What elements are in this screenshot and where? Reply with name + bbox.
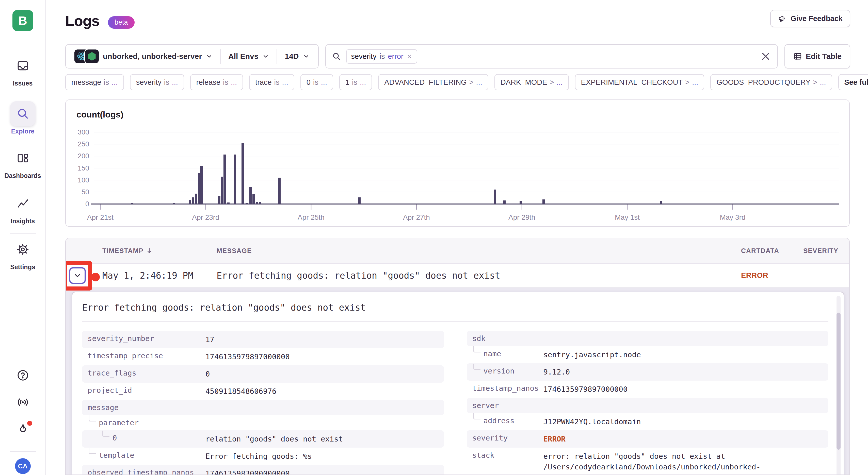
clear-search-button[interactable] [760, 51, 771, 62]
chevron-down-icon [73, 271, 82, 280]
sidebar-item-issues[interactable]: Issues [0, 53, 45, 87]
tree-connector [89, 415, 96, 421]
insights-icon [16, 197, 29, 210]
filter-chip-0[interactable]: 0is... [301, 74, 333, 90]
edit-table-label: Edit Table [806, 52, 842, 61]
log-detail-panel: Error fetching goods: relation "goods" d… [72, 292, 844, 474]
chevron-down-icon [262, 53, 269, 60]
detail-divider [82, 321, 828, 322]
filter-chip-1[interactable]: 1is... [339, 74, 372, 90]
sidebar-item-label: Insights [11, 217, 35, 225]
tree-connector [473, 364, 480, 370]
detail-scrollbar-thumb[interactable] [837, 313, 841, 450]
attribute-value: 4509118548606976 [206, 386, 276, 397]
svg-text:Apr 27th: Apr 27th [403, 213, 430, 221]
edit-table-button[interactable]: Edit Table [784, 44, 850, 69]
org-logo[interactable]: B [12, 10, 33, 31]
filter-chip-dark_mode[interactable]: DARK_MODE>... [494, 74, 569, 90]
detail-attribute-stack: stackerror: relation "goods" does not ex… [467, 448, 829, 474]
sidebar-item-label: Explore [11, 128, 34, 135]
svg-text:0: 0 [85, 200, 89, 208]
svg-text:Apr 23rd: Apr 23rd [192, 213, 219, 221]
sidebar: B Issues Explore Dashboards Insights Set… [0, 0, 46, 475]
attribute-key: 0 [88, 434, 206, 442]
token-remove-icon[interactable] [407, 54, 412, 59]
tree-connector [89, 448, 96, 454]
sidebar-item-explore[interactable]: Explore [0, 101, 45, 135]
attribute-key: parameter [88, 418, 206, 427]
help-button[interactable] [17, 369, 29, 383]
whats-new-button[interactable] [17, 423, 29, 436]
notification-dot [27, 421, 32, 426]
avatar[interactable]: CA [15, 458, 31, 474]
bar-chart: 050100150200250300Apr 21stApr 23rdApr 25… [66, 100, 849, 226]
sidebar-item-dashboards[interactable]: Dashboards [0, 146, 45, 179]
expand-row-button[interactable] [69, 267, 86, 284]
search-icon [332, 52, 341, 61]
chevron-down-icon [303, 53, 310, 60]
attribute-key: server [472, 401, 544, 410]
attribute-key: severity_number [88, 334, 206, 343]
filter-chip-trace[interactable]: traceis... [249, 74, 294, 90]
attribute-key: observed_timestamp_nanos [88, 468, 206, 474]
give-feedback-button[interactable]: Give Feedback [770, 10, 850, 27]
token-field: severity [351, 52, 377, 61]
detail-attribute-address: addressJ12PWN42YQ.localdomain [467, 413, 829, 430]
attribute-key: timestamp_precise [88, 351, 206, 360]
filter-chip-release[interactable]: releaseis... [190, 74, 243, 90]
search-token-severity[interactable]: severity is error [346, 49, 417, 64]
logs-table: TIMESTAMP MESSAGE CARTDATA SEVERITY May … [65, 238, 850, 475]
give-feedback-label: Give Feedback [790, 14, 843, 23]
annotation-dot [91, 273, 100, 281]
broadcast-button[interactable] [17, 396, 29, 410]
table-header-row: TIMESTAMP MESSAGE CARTDATA SEVERITY [66, 238, 849, 264]
filter-chip-advanced_filtering[interactable]: ADVANCED_FILTERING>... [378, 74, 488, 90]
attribute-value: J12PWN42YQ.localdomain [544, 416, 641, 427]
table-row[interactable]: May 1, 2:46:19 PM Error fetching goods: … [66, 264, 849, 288]
filter-chips-row: messageis...severityis...releaseis...tra… [65, 74, 868, 90]
primary-nav: Issues Explore Dashboards Insights Setti… [0, 31, 45, 271]
gear-icon [16, 243, 29, 256]
column-header-message[interactable]: MESSAGE [217, 247, 741, 255]
nav-divider [10, 233, 36, 234]
attribute-value: 0 [206, 369, 210, 379]
attribute-key: address [472, 416, 544, 425]
search-icon [16, 107, 29, 120]
sidebar-item-settings[interactable]: Settings [0, 237, 45, 271]
filter-chip-experimental_checkout[interactable]: EXPERIMENTAL_CHECKOUT>... [575, 74, 705, 90]
detail-attribute-timestamp_precise: timestamp_precise1746135979897000000 [82, 348, 444, 365]
help-icon [17, 369, 29, 382]
search-input[interactable]: severity is error [325, 44, 778, 69]
detail-attribute-name: namesentry.javascript.node [467, 346, 829, 363]
attribute-value: sentry.javascript.node [544, 349, 641, 360]
detail-attribute-severity_number: severity_number17 [82, 331, 444, 348]
attribute-value: relation "goods" does not exist [206, 434, 343, 444]
attribute-key: project_id [88, 386, 206, 395]
detail-attribute-project_id: project_id4509118548606976 [82, 383, 444, 400]
row-detail-zone: Error fetching goods: relation "goods" d… [66, 288, 849, 474]
see-full-list-button[interactable]: See full list [838, 74, 868, 90]
whats-new-icon [17, 423, 29, 435]
megaphone-icon [778, 14, 787, 23]
date-range-selector[interactable]: 14D [277, 49, 317, 64]
sidebar-item-insights[interactable]: Insights [0, 191, 45, 225]
filter-chip-goods_productquery[interactable]: GOODS_PRODUCTQUERY>... [710, 74, 832, 90]
column-header-cartdata[interactable]: CARTDATA [741, 247, 803, 255]
project-selector[interactable]: unborked, unborked-server [67, 49, 220, 64]
footer-divider [10, 451, 36, 452]
svg-text:250: 250 [78, 140, 89, 148]
detail-attribute-severity: severityERROR [467, 430, 829, 448]
cell-timestamp: May 1, 2:46:19 PM [102, 270, 217, 281]
attribute-key: severity [472, 434, 544, 442]
attribute-key: message [88, 403, 206, 412]
attribute-key: sdk [472, 334, 544, 343]
column-header-timestamp[interactable]: TIMESTAMP [102, 247, 217, 255]
filter-chip-message[interactable]: messageis... [65, 74, 124, 90]
environment-selector[interactable]: All Envs [220, 49, 277, 64]
detail-attributes-right: sdknamesentry.javascript.nodeversion9.12… [467, 331, 829, 474]
platform-icons [74, 49, 99, 63]
project-selector-value: unborked, unborked-server [103, 52, 202, 61]
attribute-key: stack [472, 451, 544, 460]
filter-chip-severity[interactable]: severityis... [130, 74, 184, 90]
column-header-severity[interactable]: SEVERITY [803, 247, 849, 255]
